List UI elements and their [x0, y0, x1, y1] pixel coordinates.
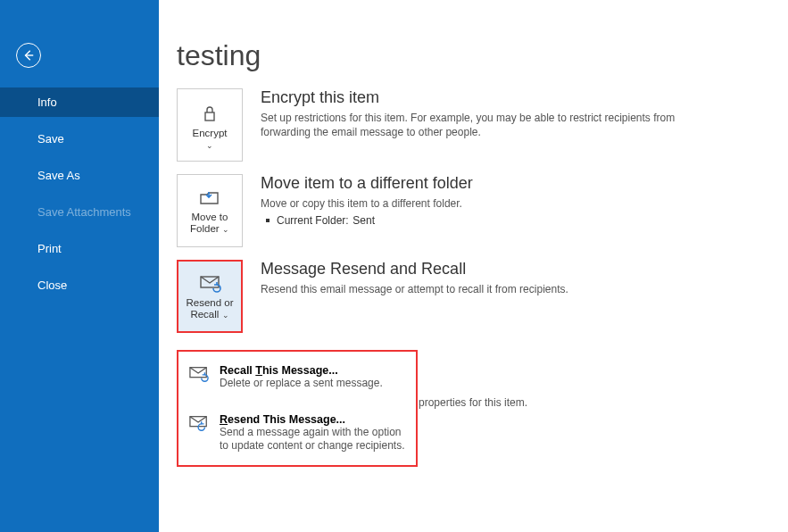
move-desc: Move or copy this item to a different fo… [261, 196, 725, 211]
move-to-folder-tile[interactable]: Move to Folder ⌄ [177, 174, 243, 247]
recall-title: Recall This Message... [220, 364, 383, 377]
back-arrow-icon [22, 49, 35, 62]
resend-recall-dropdown: Recall This Message... Delete or replace… [177, 350, 418, 467]
nav-save-as[interactable]: Save As [0, 161, 159, 190]
nav-save[interactable]: Save [0, 124, 159, 154]
svg-rect-1 [205, 112, 214, 121]
folder-move-icon [197, 187, 222, 208]
resend-desc: Resend this email message or attempt to … [261, 282, 725, 296]
envelope-resend-icon [187, 413, 211, 433]
resend-item-desc: Send a message again with the option to … [220, 426, 407, 453]
nav-info[interactable]: Info [0, 87, 159, 117]
envelope-recall-icon [197, 272, 222, 294]
resend-tile-label-2: Recall [190, 309, 219, 320]
lock-icon [197, 103, 222, 124]
file-sidebar: Info Save Save As Save Attachments Print… [0, 0, 159, 532]
nav-print[interactable]: Print [0, 234, 159, 263]
section-move: Move to Folder ⌄ Move item to a differen… [177, 174, 770, 247]
page-title: testing [177, 39, 770, 72]
current-folder-line: Current Folder: Sent [261, 214, 725, 227]
encrypt-title: Encrypt this item [261, 88, 725, 107]
chevron-down-icon: ⌄ [206, 143, 213, 148]
encrypt-desc: Set up restrictions for this item. For e… [261, 111, 725, 139]
encrypt-tile[interactable]: Encrypt ⌄ [177, 88, 243, 162]
chevron-down-icon: ⌄ [222, 225, 229, 234]
move-title: Move item to a different folder [261, 174, 725, 193]
move-tile-label-2: Folder [190, 223, 220, 234]
properties-desc-fragment: properties for this item. [419, 396, 527, 409]
encrypt-tile-label: Encrypt [193, 128, 228, 139]
recall-this-message-item[interactable]: Recall This Message... Delete or replace… [184, 359, 411, 395]
envelope-recall-icon [187, 364, 211, 384]
nav-close[interactable]: Close [0, 270, 159, 300]
resend-or-recall-tile[interactable]: Resend or Recall ⌄ [177, 260, 243, 333]
chevron-down-icon: ⌄ [222, 311, 229, 320]
section-encrypt: Encrypt ⌄ Encrypt this item Set up restr… [177, 88, 770, 162]
resend-title: Message Resend and Recall [261, 260, 725, 278]
resend-this-message-item[interactable]: Resend This Message... Send a message ag… [184, 408, 411, 458]
move-tile-label-1: Move to [192, 212, 228, 222]
section-resend: Resend or Recall ⌄ Message Resend and Re… [177, 260, 770, 333]
resend-item-title: Resend This Message... [220, 413, 407, 426]
recall-desc: Delete or replace a sent message. [220, 377, 383, 390]
resend-tile-label-1: Resend or [186, 297, 233, 308]
nav-save-attachments: Save Attachments [0, 197, 159, 227]
current-folder-label: Current Folder: [277, 214, 350, 227]
back-button[interactable] [16, 43, 41, 68]
current-folder-value: Sent [353, 214, 375, 227]
